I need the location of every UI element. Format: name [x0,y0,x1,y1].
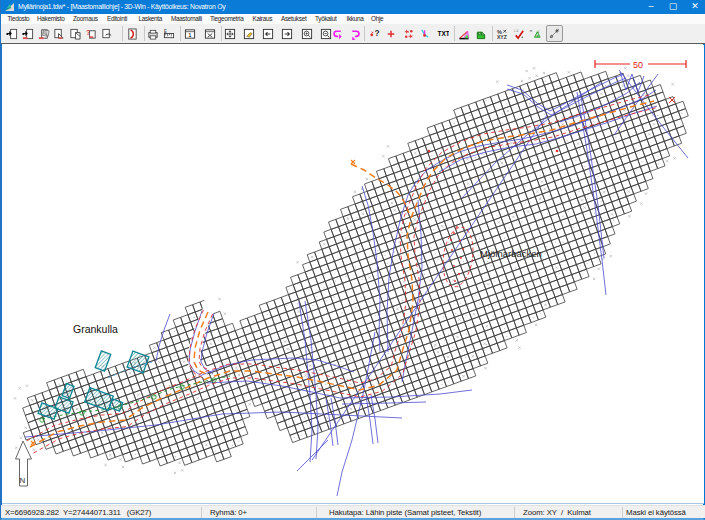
svg-text:50: 50 [633,60,643,70]
svg-text:N: N [20,476,26,485]
svg-text:Grankulla: Grankulla [73,323,118,335]
svg-text:E: E [164,28,167,33]
svg-text:¹·²: ¹·² [514,28,519,33]
svg-text:XYZ: XYZ [497,34,507,40]
svg-text:Mjölnarbäcken: Mjölnarbäcken [480,248,542,259]
svg-text:π: π [529,28,532,33]
svg-text:²: ² [538,29,540,34]
svg-text:TXT: TXT [437,30,449,37]
svg-text:?: ? [375,28,380,38]
